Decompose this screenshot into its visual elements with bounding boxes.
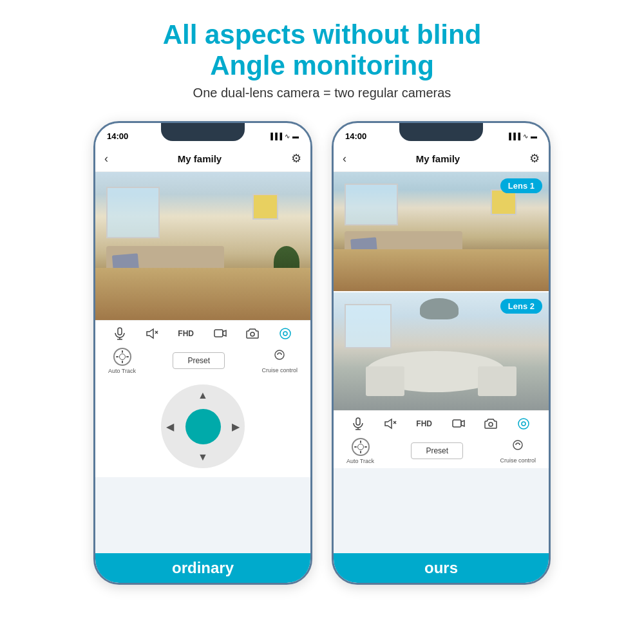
mute-btn-right[interactable]	[384, 418, 397, 430]
scene-wall-art	[252, 194, 278, 220]
mic-btn-right[interactable]	[352, 417, 364, 430]
svg-marker-3	[147, 329, 153, 338]
controls-area-right: FHD	[334, 410, 549, 469]
auto-track-label-left: Auto Track	[108, 368, 136, 375]
svg-rect-18	[453, 420, 461, 427]
app-header-right: ‹ My family ⚙	[334, 146, 549, 172]
preset-btn-right[interactable]: Preset	[411, 442, 463, 459]
camera-area-left: 44.20KB/s AUTO ▦▦ ∿	[95, 172, 310, 478]
back-button-left[interactable]: ‹	[104, 152, 108, 166]
app-header-left: ‹ My family ⚙	[95, 146, 310, 172]
side-button-right-phone-right	[549, 200, 551, 232]
svg-marker-19	[461, 421, 464, 426]
svg-point-8	[251, 332, 254, 336]
auto-track-label-right: Auto Track	[346, 458, 374, 465]
record-btn-right[interactable]	[452, 419, 465, 428]
headline-subtitle: One dual-lens camera = two regular camer…	[163, 86, 482, 100]
auto-track-right[interactable]: Auto Track	[346, 438, 374, 465]
status-time-right: 14:00	[345, 131, 366, 141]
mic-btn-left[interactable]	[114, 327, 126, 340]
headline: All aspects without blind Angle monitori…	[163, 19, 482, 100]
scene-window-2t	[345, 184, 399, 225]
cruise-label-left: Cruise control	[261, 367, 298, 374]
svg-marker-15	[385, 419, 392, 428]
camera-dual-top: Lens 1	[334, 172, 549, 291]
status-icons-right: ▐▐▐ ∿ ▬	[507, 133, 537, 140]
controls-icons-right: FHD	[334, 410, 549, 434]
status-time-left: 14:00	[107, 131, 128, 141]
joystick-right[interactable]: ▶	[232, 421, 240, 433]
cruise-btn-left[interactable]: Cruise control	[261, 348, 298, 374]
svg-point-20	[489, 422, 493, 426]
phone-left: 14:00 ▐▐▐ ∿ ▬ ‹ My family ⚙ 44.20KB/s	[93, 121, 312, 585]
quality-btn-right[interactable]: FHD	[416, 419, 432, 428]
signal-icon-left: ▐▐▐	[269, 133, 282, 140]
controls-row-left: Auto Track Preset Cruise control	[95, 344, 310, 379]
svg-rect-12	[356, 418, 360, 425]
quality-label-right: FHD	[416, 419, 432, 428]
lens2-badge: Lens 2	[500, 299, 542, 314]
headline-line1: All aspects without blind	[163, 19, 482, 50]
joystick-down[interactable]: ▼	[198, 451, 208, 463]
snapshot-btn-left[interactable]	[246, 328, 259, 339]
room-scene-left	[95, 172, 310, 320]
joystick[interactable]: ▲ ▼ ◀ ▶	[161, 384, 245, 468]
svg-point-22	[522, 422, 526, 426]
joystick-center[interactable]	[185, 409, 221, 444]
camera-dual-bottom: Lens 2	[334, 291, 549, 410]
side-button-left	[93, 187, 95, 207]
settings-icon-left[interactable]: ⚙	[291, 151, 301, 166]
app-title-right: My family	[416, 153, 460, 164]
cruise-btn-right[interactable]: Cruise control	[500, 438, 536, 464]
joystick-area: ▲ ▼ ◀ ▶	[95, 378, 310, 477]
scene-wall-art-2t	[491, 189, 516, 215]
quality-btn-left[interactable]: FHD	[178, 329, 194, 338]
svg-rect-0	[118, 328, 122, 335]
back-button-right[interactable]: ‹	[343, 152, 346, 166]
svg-point-10	[283, 332, 287, 336]
cruise-icon-right	[511, 438, 525, 455]
scene-window-d	[345, 304, 392, 349]
svg-point-21	[518, 419, 529, 429]
label-banner-left: ordinary	[95, 553, 310, 583]
page-container: All aspects without blind Angle monitori…	[0, 0, 644, 644]
battery-icon-left: ▬	[292, 133, 299, 140]
joystick-up[interactable]: ▲	[198, 390, 208, 401]
quality-label-left: FHD	[178, 329, 194, 338]
scene-chair-2	[478, 366, 516, 396]
wifi-icon-left: ∿	[285, 133, 290, 140]
settings-icon-right[interactable]: ⚙	[529, 151, 540, 166]
cruise-icon-left	[272, 348, 287, 365]
cruise-label-right: Cruise control	[500, 457, 536, 464]
app-title-left: My family	[178, 153, 222, 164]
svg-marker-7	[223, 330, 226, 336]
preset-btn-left[interactable]: Preset	[173, 352, 225, 369]
snapshot-btn-right[interactable]	[484, 418, 497, 429]
record-btn-left[interactable]	[214, 328, 227, 338]
status-icons-left: ▐▐▐ ∿ ▬	[269, 133, 299, 140]
controls-row-right: Auto Track Preset Cruise control	[334, 434, 549, 469]
auto-track-left[interactable]: Auto Track	[108, 348, 136, 375]
phones-container: 14:00 ▐▐▐ ∿ ▬ ‹ My family ⚙ 44.20KB/s	[93, 121, 551, 585]
mute-btn-left[interactable]	[146, 328, 158, 339]
battery-icon-right: ▬	[531, 133, 537, 140]
ptz-btn-right[interactable]	[517, 417, 530, 430]
controls-area-left: FHD	[95, 320, 310, 478]
scene-floor-2t	[334, 249, 549, 291]
camera-single: 44.20KB/s AUTO ▦▦ ∿	[95, 172, 310, 320]
svg-point-11	[275, 350, 284, 359]
scene-chair-1	[366, 366, 404, 396]
phone-right: 14:00 ▐▐▐ ∿ ▬ ‹ My family ⚙	[332, 121, 551, 585]
lens1-badge: Lens 1	[500, 178, 542, 193]
joystick-left[interactable]: ◀	[166, 421, 174, 433]
svg-point-23	[513, 440, 522, 450]
ptz-btn-left[interactable]	[279, 327, 292, 340]
headline-main: All aspects without blind Angle monitori…	[163, 19, 482, 82]
label-text-right: ours	[424, 559, 458, 577]
auto-track-icon-right	[352, 438, 370, 456]
signal-icon-right: ▐▐▐	[507, 133, 520, 140]
controls-icons-left: FHD	[95, 320, 310, 344]
headline-line2: Angle monitoring	[210, 50, 434, 80]
scene-pendant	[420, 298, 459, 319]
svg-rect-6	[214, 330, 223, 337]
